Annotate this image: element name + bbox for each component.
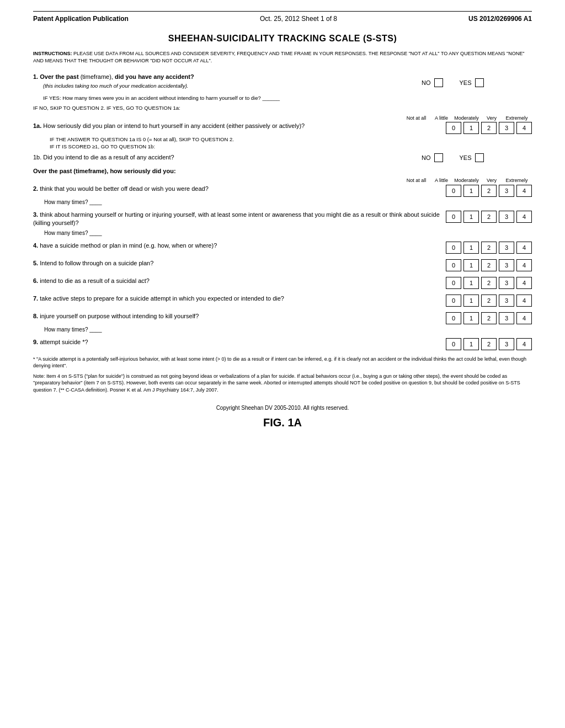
- copyright: Copyright Sheehan DV 2005-2010. All righ…: [33, 405, 532, 411]
- q7-box-3[interactable]: 3: [499, 295, 514, 307]
- q5-box-0[interactable]: 0: [446, 259, 461, 271]
- q1a-num: 1a.: [33, 122, 41, 129]
- s2-header-extremely: Extremely: [502, 178, 532, 184]
- q5-box-1[interactable]: 1: [463, 259, 479, 271]
- q1-no-label: NO: [422, 79, 431, 86]
- q9-box-3[interactable]: 3: [499, 338, 514, 350]
- q8-box-3[interactable]: 3: [499, 312, 514, 324]
- q1-ifno: IF NO, SKIP TO QUESTION 2. IF YES, GO TO…: [33, 105, 532, 111]
- question-1-row: 1. Over the past (timeframe), did you ha…: [33, 73, 532, 93]
- q6-num: 6.: [33, 277, 38, 284]
- q8-content: injure yourself on purpose without inten…: [40, 313, 199, 319]
- question-9-row: 9. attempt suicide *? 0 1 2 3 4: [33, 338, 532, 350]
- question-4-block: 4. have a suicide method or plan in mind…: [33, 242, 532, 254]
- q1a-content: How seriously did you plan or intend to …: [43, 122, 305, 129]
- q4-box-0[interactable]: 0: [446, 242, 461, 254]
- q2-box-4[interactable]: 4: [516, 185, 532, 197]
- q6-scale: 0 1 2 3 4: [446, 277, 532, 289]
- q4-box-1[interactable]: 1: [463, 242, 479, 254]
- q8-box-2[interactable]: 2: [481, 312, 497, 324]
- q5-box-4[interactable]: 4: [516, 259, 532, 271]
- q4-box-2[interactable]: 2: [481, 242, 497, 254]
- q2-content: think that you would be better off dead …: [40, 185, 209, 192]
- q6-box-0[interactable]: 0: [446, 277, 461, 289]
- question-8-block: 8. injure yourself on purpose without in…: [33, 312, 532, 333]
- q1-no-checkbox[interactable]: [434, 78, 443, 87]
- q9-box-1[interactable]: 1: [463, 338, 479, 350]
- q1-yes-checkbox[interactable]: [475, 78, 484, 87]
- footnote-2-text: Note: Item 4 on S-STS ("plan for suicide…: [33, 373, 520, 393]
- q5-box-2[interactable]: 2: [481, 259, 497, 271]
- header-right: US 2012/0269906 A1: [468, 15, 532, 23]
- q1b-no-checkbox[interactable]: [434, 153, 443, 162]
- q2-box-0[interactable]: 0: [446, 185, 461, 197]
- q1-bold2: did you have any accident?: [115, 73, 194, 80]
- q2-box-1[interactable]: 1: [463, 185, 479, 197]
- q4-box-3[interactable]: 3: [499, 242, 514, 254]
- q8-box-0[interactable]: 0: [446, 312, 461, 324]
- q1b-yes-label: YES: [460, 154, 472, 161]
- q5-content: Intend to follow through on a suicide pl…: [40, 260, 153, 266]
- section2-heading-row: Over the past (timeframe), how seriously…: [33, 168, 532, 174]
- q7-box-2[interactable]: 2: [481, 295, 497, 307]
- q9-box-4[interactable]: 4: [516, 338, 532, 350]
- q1a-box-4[interactable]: 4: [516, 122, 532, 134]
- q1-yes-item: YES: [460, 78, 484, 87]
- q7-box-1[interactable]: 1: [463, 295, 479, 307]
- s2-header-moderately: Moderately: [451, 178, 482, 184]
- q9-box-0[interactable]: 0: [446, 338, 461, 350]
- q3-box-4[interactable]: 4: [516, 211, 532, 223]
- q3-box-3[interactable]: 3: [499, 211, 514, 223]
- q1a-box-2[interactable]: 2: [481, 122, 497, 134]
- question-7-row: 7. take active steps to prepare for a su…: [33, 295, 532, 307]
- s2-header-very: Very: [484, 178, 499, 184]
- q8-text: 8. injure yourself on purpose without in…: [33, 312, 446, 320]
- header-center: Oct. 25, 2012 Sheet 1 of 8: [260, 15, 337, 23]
- q9-box-2[interactable]: 2: [481, 338, 497, 350]
- q8-box-4[interactable]: 4: [516, 312, 532, 324]
- question-1a-row: 1a. How seriously did you plan or intend…: [33, 122, 532, 134]
- q8-num: 8.: [33, 313, 38, 319]
- q6-box-3[interactable]: 3: [499, 277, 514, 289]
- q1a-box-3[interactable]: 3: [499, 122, 514, 134]
- q6-text: 6. intend to die as a result of a suicid…: [33, 277, 446, 285]
- q2-box-2[interactable]: 2: [481, 185, 497, 197]
- q3-num: 3.: [33, 211, 38, 218]
- q1-text1: (timeframe),: [81, 73, 113, 80]
- q5-box-3[interactable]: 3: [499, 259, 514, 271]
- q6-box-2[interactable]: 2: [481, 277, 497, 289]
- q1b-yes-no: NO YES: [422, 153, 532, 162]
- q1b-yes-checkbox[interactable]: [475, 153, 484, 162]
- q3-box-2[interactable]: 2: [481, 211, 497, 223]
- question-3-row: 3. think about harming yourself or hurti…: [33, 211, 532, 228]
- q1-num: 1.: [33, 73, 38, 80]
- s2-header-a-little: A little: [434, 178, 449, 184]
- q8-scale: 0 1 2 3 4: [446, 312, 532, 324]
- q6-box-4[interactable]: 4: [516, 277, 532, 289]
- q8-how-many: How many times? ____: [44, 326, 532, 333]
- q3-box-0[interactable]: 0: [446, 211, 461, 223]
- q1a-box-0[interactable]: 0: [446, 122, 461, 134]
- q1a-box-1[interactable]: 1: [463, 122, 479, 134]
- q2-box-3[interactable]: 3: [499, 185, 514, 197]
- q7-box-0[interactable]: 0: [446, 295, 461, 307]
- q1-yes-no: NO YES: [422, 78, 532, 87]
- q7-box-4[interactable]: 4: [516, 295, 532, 307]
- q2-text: 2. think that you would be better off de…: [33, 185, 446, 193]
- question-6-block: 6. intend to die as a result of a suicid…: [33, 277, 532, 289]
- section2-heading: Over the past (timeframe), how seriously…: [33, 168, 176, 174]
- q4-box-4[interactable]: 4: [516, 242, 532, 254]
- q7-scale: 0 1 2 3 4: [446, 295, 532, 307]
- footnote-1-text: * "A suicide attempt is a potentially se…: [33, 356, 526, 369]
- q4-scale: 0 1 2 3 4: [446, 242, 532, 254]
- q9-scale: 0 1 2 3 4: [446, 338, 532, 350]
- q3-box-1[interactable]: 1: [463, 211, 479, 223]
- q4-text: 4. have a suicide method or plan in mind…: [33, 242, 446, 250]
- header-left: Patent Application Publication: [33, 15, 129, 23]
- q1-ifyes: IF YES: How many times were you in an ac…: [43, 95, 532, 101]
- q6-box-1[interactable]: 1: [463, 277, 479, 289]
- question-2-block: 2. think that you would be better off de…: [33, 185, 532, 205]
- question-7-block: 7. take active steps to prepare for a su…: [33, 295, 532, 307]
- q1b-num: 1b.: [33, 154, 41, 160]
- q8-box-1[interactable]: 1: [463, 312, 479, 324]
